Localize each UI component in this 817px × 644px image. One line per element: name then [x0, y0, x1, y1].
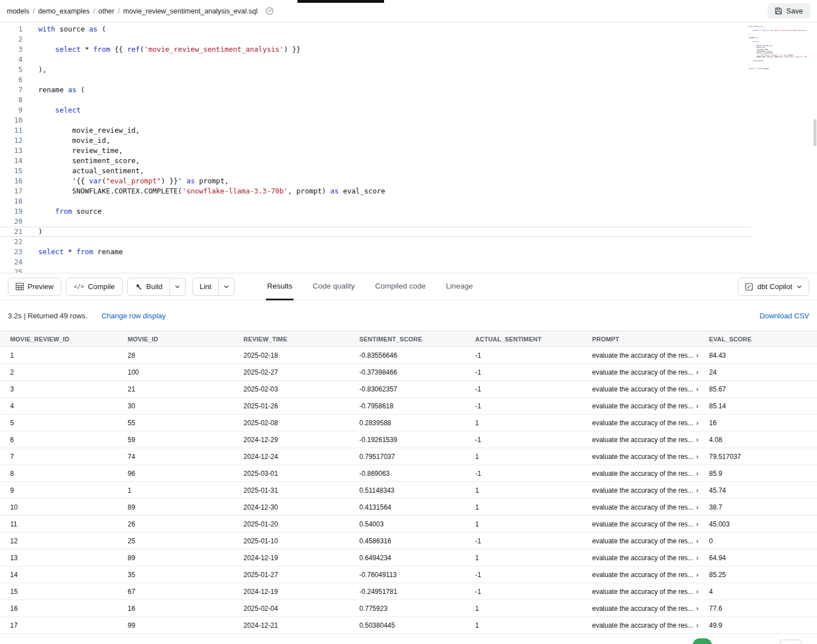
code-line-text: SNOWFLAKE.CORTEX.COMPLETE('snowflake-lla…	[38, 186, 385, 196]
expand-cell-icon[interactable]: ›	[696, 385, 698, 393]
code-line[interactable]: 21)	[0, 227, 751, 237]
breadcrumb-models[interactable]: models	[7, 7, 29, 15]
expand-cell-icon[interactable]: ›	[696, 503, 698, 511]
prompt-cell: evaluate the accuracy of the res...›	[592, 550, 709, 566]
code-line[interactable]: 23select * from rename	[0, 247, 817, 257]
table-row: 14352025-01-27-0.76049113-1evaluate the …	[0, 566, 817, 583]
table-cell: 96	[128, 465, 243, 482]
expand-cell-icon[interactable]: ›	[696, 604, 698, 613]
code-line[interactable]: 25	[0, 267, 817, 273]
code-line[interactable]: 10	[0, 115, 817, 125]
code-line[interactable]: 1with source as (	[0, 24, 817, 34]
expand-cell-icon[interactable]: ›	[696, 570, 698, 579]
code-line[interactable]: 3 select * from {{ ref('movie_review_sen…	[0, 44, 817, 55]
editor-scrollbar-thumb[interactable]	[814, 119, 816, 146]
table-cell: 1	[475, 499, 592, 516]
breadcrumb: models / demo_examples / other / movie_r…	[7, 7, 274, 15]
code-line[interactable]: 12 movie_id,	[0, 136, 817, 146]
lint-dropdown-caret[interactable]	[219, 278, 234, 296]
table-cell: -0.83556646	[359, 347, 475, 364]
table-cell: 26	[128, 516, 243, 533]
expand-cell-icon[interactable]: ›	[696, 520, 698, 528]
code-line-text: review_time,	[38, 146, 123, 156]
code-line[interactable]: 17 SNOWFLAKE.CORTEX.COMPLETE('snowflake-…	[0, 186, 817, 196]
code-line[interactable]: 13 review_time,	[0, 146, 817, 156]
breadcrumb-separator: /	[118, 7, 119, 15]
editor-scrollbar[interactable]	[813, 22, 817, 273]
line-number: 4	[0, 55, 22, 65]
expand-cell-icon[interactable]: ›	[696, 452, 698, 461]
code-line[interactable]: 2	[0, 34, 817, 44]
code-line[interactable]: 8	[0, 95, 817, 105]
code-line[interactable]: 19 from source	[0, 206, 817, 217]
expand-cell-icon[interactable]: ›	[696, 553, 698, 562]
line-number: 16	[0, 176, 22, 186]
code-line[interactable]: 20	[0, 217, 817, 227]
table-cell: 1	[475, 415, 592, 431]
footer-green-button-partial[interactable]	[693, 638, 712, 644]
tab-code-quality[interactable]: Code quality	[312, 273, 356, 300]
table-cell: 12	[0, 533, 128, 550]
code-line[interactable]: 6	[0, 75, 817, 85]
chevron-down-icon	[797, 285, 802, 289]
tab-compiled-code[interactable]: Compiled code	[374, 273, 427, 300]
code-line[interactable]: 15 actual_sentiment,	[0, 166, 817, 176]
table-header-row: MOVIE_REVIEW_ID MOVIE_ID REVIEW_TIME SEN…	[0, 331, 817, 347]
expand-cell-icon[interactable]: ›	[696, 469, 698, 478]
compile-button[interactable]: </> Compile	[66, 278, 123, 296]
table-cell: 45.74	[709, 482, 817, 499]
lint-button[interactable]: Lint	[192, 278, 219, 296]
code-line[interactable]: 14 sentiment_score,	[0, 156, 817, 166]
expand-cell-icon[interactable]: ›	[696, 537, 698, 545]
expand-cell-icon[interactable]: ›	[696, 621, 698, 629]
expand-cell-icon[interactable]: ›	[696, 402, 698, 410]
build-label: Build	[146, 282, 163, 291]
table-cell: 15	[0, 583, 128, 600]
table-cell: 0.2839588	[359, 415, 475, 431]
table-cell: 16	[709, 415, 817, 431]
tab-lineage[interactable]: Lineage	[445, 273, 474, 300]
line-number: 25	[0, 267, 22, 273]
expand-cell-icon[interactable]: ›	[696, 435, 698, 444]
preview-button[interactable]: Preview	[8, 278, 61, 296]
line-number: 3	[0, 44, 22, 55]
breadcrumb-demo-examples[interactable]: demo_examples	[38, 7, 90, 15]
tab-results[interactable]: Results	[266, 273, 294, 300]
format-status-icon[interactable]	[265, 7, 274, 15]
table-cell: -1	[475, 533, 592, 550]
breadcrumb-separator: /	[33, 7, 34, 15]
table-cell: 2025-02-04	[243, 600, 359, 617]
code-line[interactable]: 7rename as (	[0, 85, 817, 95]
code-editor[interactable]: 1with source as (23 select * from {{ ref…	[0, 22, 817, 273]
build-button[interactable]: Build	[127, 278, 170, 296]
prompt-text: evaluate the accuracy of the res...	[592, 436, 693, 444]
code-line[interactable]: 18	[0, 196, 817, 206]
prompt-text: evaluate the accuracy of the res...	[592, 571, 693, 579]
expand-cell-icon[interactable]: ›	[696, 351, 698, 359]
code-line[interactable]: 11 movie_review_id,	[0, 125, 817, 136]
table-cell: 1	[475, 550, 592, 566]
code-line[interactable]: 24	[0, 257, 817, 267]
line-number: 24	[0, 257, 22, 267]
build-dropdown-caret[interactable]	[170, 278, 186, 296]
expand-cell-icon[interactable]: ›	[696, 587, 698, 596]
table-cell: 1	[475, 516, 592, 533]
results-table-body: 1282025-02-18-0.83556646-1evaluate the a…	[0, 347, 817, 634]
code-line[interactable]: 22	[0, 237, 817, 247]
save-label: Save	[786, 7, 803, 15]
expand-cell-icon[interactable]: ›	[696, 486, 698, 494]
prompt-cell: evaluate the accuracy of the res...›	[592, 347, 709, 364]
dbt-copilot-button[interactable]: dbt Copilot	[738, 278, 809, 296]
expand-cell-icon[interactable]: ›	[696, 368, 698, 376]
change-row-display-link[interactable]: Change row display	[101, 312, 165, 320]
code-line[interactable]: 16 '{{ var("eval_prompt") }}' as prompt,	[0, 176, 817, 186]
prompt-text: evaluate the accuracy of the res...	[592, 605, 693, 613]
download-csv-link[interactable]: Download CSV	[760, 312, 809, 320]
expand-cell-icon[interactable]: ›	[696, 418, 698, 427]
code-line[interactable]: 4	[0, 55, 817, 65]
save-button[interactable]: Save	[768, 3, 810, 19]
code-line[interactable]: 5),	[0, 65, 817, 75]
footer-outline-button-partial[interactable]	[779, 640, 802, 644]
breadcrumb-other[interactable]: other	[98, 7, 115, 15]
code-line[interactable]: 9 select	[0, 105, 817, 115]
